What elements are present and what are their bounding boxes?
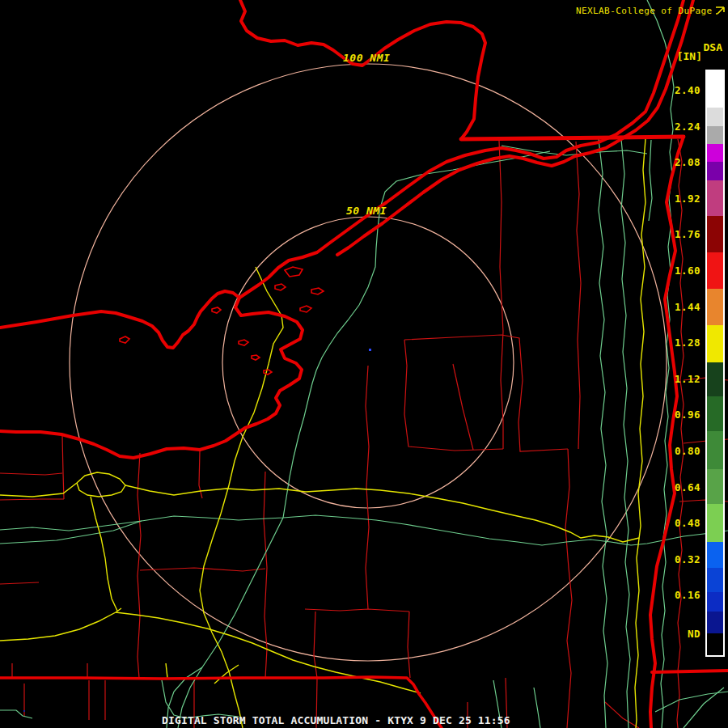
colorbar-segment <box>707 289 723 325</box>
product-caption: DIGITAL STORM TOTAL ACCUMULATION - KTYX … <box>162 715 510 726</box>
colorbar-segments <box>707 71 723 655</box>
scale-tick-label: 0.16 <box>675 589 700 601</box>
product-units-label: [IN] <box>677 51 702 61</box>
radar-map <box>0 0 728 728</box>
colorbar-segment <box>707 252 723 289</box>
colorbar-segment <box>707 144 723 162</box>
scale-tick-label: 1.12 <box>675 373 700 385</box>
ring-label-100nmi: 100 NMI <box>343 52 390 64</box>
precip-echo-pixels <box>23 349 371 712</box>
scale-tick-label: 1.44 <box>675 301 700 313</box>
colorbar-segment <box>707 504 723 542</box>
scale-tick-label: 1.76 <box>675 228 700 240</box>
cod-flag-icon <box>715 6 725 15</box>
state-border-lines <box>0 0 728 728</box>
colorbar-segment <box>707 162 723 180</box>
scale-tick-label: 1.92 <box>675 193 700 205</box>
product-code-label: DSA <box>704 42 722 53</box>
scale-tick-label: 0.96 <box>675 408 700 421</box>
scale-tick-label: 2.08 <box>675 156 700 168</box>
brand-label: NEXLAB-College of DuPage <box>576 6 713 15</box>
colorbar <box>705 70 725 657</box>
colorbar-segment <box>707 431 723 469</box>
brand-title: NEXLAB-College of DuPage <box>576 6 725 15</box>
scale-tick-label: 1.28 <box>675 336 700 349</box>
colorbar-segment <box>707 71 723 108</box>
river-lines <box>0 0 728 728</box>
colorbar-segment <box>707 126 723 144</box>
colorbar-segment <box>707 396 723 431</box>
scale-tick-label: 2.24 <box>675 121 700 133</box>
ring-label-50nmi: 50 NMI <box>346 205 387 217</box>
colorbar-segment <box>707 542 723 568</box>
county-boundary-lines <box>0 139 728 728</box>
colorbar-segment <box>707 592 723 612</box>
colorbar-segment <box>707 216 723 252</box>
scale-tick-label: 0.80 <box>675 445 700 457</box>
colorbar-segment <box>707 568 723 592</box>
colorbar-segment <box>707 469 723 504</box>
colorbar-segment <box>707 325 723 362</box>
radar-viewer: NEXLAB-College of DuPage DSA [IN] 2.402.… <box>0 0 728 728</box>
colorbar-segment <box>707 633 723 655</box>
scale-tick-label: 2.40 <box>675 84 700 96</box>
colorbar-segment <box>707 180 723 216</box>
colorbar-segment <box>707 108 723 126</box>
scale-tick-label: 0.64 <box>675 481 700 493</box>
colorbar-segment <box>707 362 723 396</box>
scale-tick-label: ND <box>688 628 700 640</box>
scale-tick-label: 0.48 <box>675 517 700 529</box>
colorbar-segment <box>707 612 723 633</box>
scale-tick-label: 0.32 <box>675 553 700 565</box>
scale-tick-label: 1.60 <box>675 265 700 277</box>
road-lines <box>0 139 645 728</box>
